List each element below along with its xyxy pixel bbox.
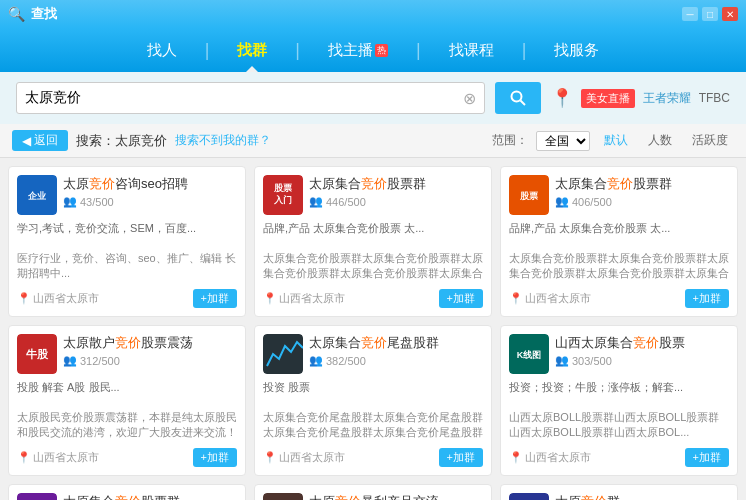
- search-info: 搜索：太原竞价: [76, 132, 167, 150]
- group-card[interactable]: 🤝 太原竞价暴利产品交流 👥 13/200 📍 山西省太原市 +加群: [254, 484, 492, 500]
- card-location: 📍 山西省太原市: [509, 291, 591, 306]
- person-icon: 👥: [309, 195, 323, 208]
- card-title-wrap: 太原竞价群 👥 2/200: [555, 493, 729, 500]
- search-input[interactable]: [25, 90, 463, 106]
- join-button[interactable]: +加群: [439, 289, 483, 308]
- cards-grid: 企业 太原竞价咨询seo招聘 👥 43/500 学习,考试，竞价交流，SEM，百…: [8, 166, 738, 500]
- card-header: 太原集合竞价尾盘股群 👥 382/500: [263, 334, 483, 374]
- title-bar: 🔍 查找 ─ □ ✕: [0, 0, 746, 28]
- card-title-wrap: 太原竞价暴利产品交流 👥 13/200: [309, 493, 483, 500]
- card-tags: 品牌,产品 太原集合竞价股票 太...: [509, 221, 729, 251]
- card-footer: 📍 山西省太原市 +加群: [17, 289, 237, 308]
- group-card[interactable]: 企业 太原竞价咨询seo招聘 👥 43/500 学习,考试，竞价交流，SEM，百…: [8, 166, 246, 317]
- group-card[interactable]: 太原集合竞价尾盘股群 👥 382/500 投资 股票 太原集合竞价尾盘股群太原集…: [254, 325, 492, 476]
- card-desc: 太原集合竞价股票群太原集合竞价股票群太原集合竞价股票群太原集合竞价股票群太原集合…: [263, 251, 483, 283]
- location-text: 山西省太原市: [33, 291, 99, 306]
- card-location: 📍 山西省太原市: [263, 291, 345, 306]
- card-desc: 太原股民竞价股票震荡群，本群是纯太原股民和股民交流的港湾，欢迎广大股友进来交流！: [17, 410, 237, 442]
- avatar: 股票群: [17, 493, 57, 500]
- nav-find-anchor[interactable]: 找主播 热: [300, 28, 416, 72]
- join-button[interactable]: +加群: [193, 289, 237, 308]
- location-text: 山西省太原市: [279, 291, 345, 306]
- loc-icon: 📍: [263, 451, 277, 464]
- loc-icon: 📍: [263, 292, 277, 305]
- svg-text:入门: 入门: [273, 194, 292, 205]
- nav-find-group[interactable]: 找群: [209, 28, 295, 72]
- back-button[interactable]: ◀ 返回: [12, 130, 68, 151]
- card-header: 🤝 太原竞价暴利产品交流 👥 13/200: [263, 493, 483, 500]
- card-title-wrap: 太原集合竞价股票群 👥 466/500: [63, 493, 237, 500]
- filter-bar: ◀ 返回 搜索：太原竞价 搜索不到我的群？ 范围： 全国 默认 人数 活跃度: [0, 124, 746, 158]
- card-title-wrap: 太原集合竞价尾盘股群 👥 382/500: [309, 334, 483, 367]
- nav-bar: 找人 | 找群 | 找主播 热 | 找课程 | 找服务: [0, 28, 746, 72]
- card-title: 太原竞价群: [555, 493, 729, 500]
- nav-find-service[interactable]: 找服务: [526, 28, 627, 72]
- card-title-wrap: 太原集合竞价股票群 👥 446/500: [309, 175, 483, 208]
- group-card[interactable]: 股票群 太原集合竞价股票群 👥 466/500 📍 山西省太原市 +加群: [8, 484, 246, 500]
- card-header: 股票入门 太原集合竞价股票群 👥 446/500: [263, 175, 483, 215]
- join-button[interactable]: +加群: [685, 289, 729, 308]
- card-header: 牛股 太原散户竞价股票震荡 👥 312/500: [17, 334, 237, 374]
- sort-members-button[interactable]: 人数: [642, 131, 678, 150]
- card-footer: 📍 山西省太原市 +加群: [17, 448, 237, 467]
- group-card[interactable]: 股票 太原集合竞价股票群 👥 406/500 品牌,产品 太原集合竞价股票 太.…: [500, 166, 738, 317]
- join-button[interactable]: +加群: [193, 448, 237, 467]
- card-footer: 📍 山西省太原市 +加群: [509, 289, 729, 308]
- group-card[interactable]: 👥 太原竞价群 👥 2/200 📍 山西省太原市 +加群: [500, 484, 738, 500]
- group-card[interactable]: 牛股 太原散户竞价股票震荡 👥 312/500 投股 解套 A股 股民... 太…: [8, 325, 246, 476]
- member-count: 303/500: [572, 355, 612, 367]
- card-footer: 📍 山西省太原市 +加群: [263, 289, 483, 308]
- nav-find-course[interactable]: 找课程: [421, 28, 522, 72]
- location-text: 山西省太原市: [525, 291, 591, 306]
- svg-text:企业: 企业: [27, 191, 47, 201]
- card-header: 👥 太原竞价群 👥 2/200: [509, 493, 729, 500]
- group-card[interactable]: K线图 山西太原集合竞价股票 👥 303/500 投资；投资；牛股；涨停板；解套…: [500, 325, 738, 476]
- location-text: 山西省太原市: [33, 450, 99, 465]
- loc-icon: 📍: [17, 292, 31, 305]
- close-button[interactable]: ✕: [722, 7, 738, 21]
- card-desc: 医疗行业，竞价、咨询、seo、推广、编辑 长期招聘中...: [17, 251, 237, 283]
- live-badge[interactable]: 美女直播: [581, 89, 635, 108]
- avatar: [263, 334, 303, 374]
- card-title: 太原竞价咨询seo招聘: [63, 175, 237, 193]
- card-members: 👥 312/500: [63, 354, 237, 367]
- card-location: 📍 山西省太原市: [17, 450, 99, 465]
- card-title-wrap: 太原竞价咨询seo招聘 👥 43/500: [63, 175, 237, 208]
- card-title: 山西太原集合竞价股票: [555, 334, 729, 352]
- sort-default-button[interactable]: 默认: [598, 131, 634, 150]
- person-icon: 👥: [63, 195, 77, 208]
- join-button[interactable]: +加群: [685, 448, 729, 467]
- join-button[interactable]: +加群: [439, 448, 483, 467]
- no-result-link[interactable]: 搜索不到我的群？: [175, 132, 271, 149]
- avatar: 股票入门: [263, 175, 303, 215]
- person-icon: 👥: [309, 354, 323, 367]
- nav-find-people[interactable]: 找人: [119, 28, 205, 72]
- clear-icon[interactable]: ⊗: [463, 89, 476, 108]
- card-tags: 投股 解套 A股 股民...: [17, 380, 237, 410]
- svg-rect-14: [17, 493, 57, 500]
- member-count: 312/500: [80, 355, 120, 367]
- group-card[interactable]: 股票入门 太原集合竞价股票群 👥 446/500 品牌,产品 太原集合竞价股票 …: [254, 166, 492, 317]
- sort-activity-button[interactable]: 活跃度: [686, 131, 734, 150]
- card-members: 👥 406/500: [555, 195, 729, 208]
- maximize-button[interactable]: □: [702, 7, 718, 21]
- location-text: 山西省太原市: [525, 450, 591, 465]
- svg-text:牛股: 牛股: [26, 348, 49, 360]
- card-members: 👥 382/500: [309, 354, 483, 367]
- search-button[interactable]: [495, 82, 541, 114]
- avatar: 🤝: [263, 493, 303, 500]
- member-count: 43/500: [80, 196, 114, 208]
- tfbc-tag: TFBC: [699, 91, 730, 105]
- member-count: 446/500: [326, 196, 366, 208]
- range-select[interactable]: 全国: [536, 131, 590, 151]
- card-title: 太原集合竞价尾盘股群: [309, 334, 483, 352]
- range-label: 范围：: [492, 132, 528, 149]
- card-header: 股票 太原集合竞价股票群 👥 406/500: [509, 175, 729, 215]
- hot-badge: 热: [375, 44, 388, 57]
- game-tag[interactable]: 王者荣耀: [643, 90, 691, 107]
- card-members: 👥 303/500: [555, 354, 729, 367]
- card-tags: 投资；投资；牛股；涨停板；解套...: [509, 380, 729, 410]
- minimize-button[interactable]: ─: [682, 7, 698, 21]
- card-footer: 📍 山西省太原市 +加群: [263, 448, 483, 467]
- back-arrow-icon: ◀: [22, 134, 31, 148]
